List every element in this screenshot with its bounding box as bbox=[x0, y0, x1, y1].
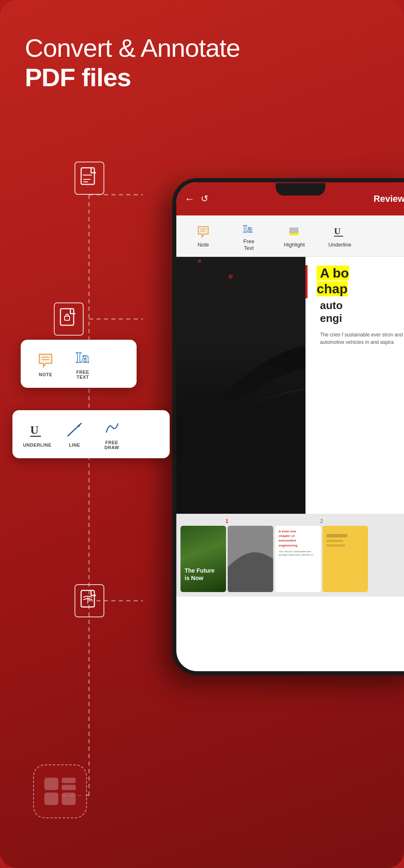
thumbnail-strip: 1 The Futureis Now bbox=[176, 514, 404, 597]
pdf-heading-area: A bochap autoengi The cries f sustainabl… bbox=[312, 265, 404, 346]
appstore-grid-icon bbox=[43, 777, 77, 806]
underline-popup-items: U UNDERLINE LINE bbox=[23, 418, 159, 450]
thumb-car[interactable] bbox=[228, 526, 273, 592]
toolbar-note-label: Note bbox=[197, 242, 209, 248]
svg-rect-3 bbox=[65, 316, 70, 320]
note-freetext-popup: NOTE Ia FREETEXT bbox=[21, 340, 137, 388]
line-label: LINE bbox=[69, 442, 80, 447]
thumb-text-page[interactable]: A bold newchapter ofautomotiveengineerin… bbox=[275, 526, 321, 592]
toolbar-underline[interactable]: U Underline bbox=[317, 221, 363, 251]
svg-rect-20 bbox=[289, 227, 298, 233]
popup-items-row: NOTE Ia FREETEXT bbox=[31, 348, 126, 380]
freedraw-label: FREEDRAW bbox=[104, 440, 119, 450]
svg-rect-9 bbox=[62, 793, 76, 805]
phone-screen: ← ↺ Review ▼ bbox=[176, 182, 404, 671]
review-dropdown[interactable]: Review ▼ bbox=[373, 193, 404, 204]
toolbar-freetext-icon: Ia bbox=[241, 221, 256, 236]
annotation-toolbar: Note Ia FreeText bbox=[176, 215, 404, 257]
toolbar-underline-icon: U bbox=[332, 224, 347, 239]
svg-rect-7 bbox=[62, 785, 76, 790]
phone-notch bbox=[276, 183, 325, 196]
pdf-content-area: A bochap autoengi The cries f sustainabl… bbox=[176, 257, 404, 514]
svg-point-33 bbox=[228, 274, 233, 279]
pdf-text-panel: A bochap autoengi The cries f sustainabl… bbox=[305, 257, 404, 514]
svg-rect-2 bbox=[60, 309, 74, 325]
back-button[interactable]: ← bbox=[185, 193, 195, 205]
svg-rect-38 bbox=[327, 544, 345, 546]
popup-freedraw-item[interactable]: FREEDRAW bbox=[97, 418, 126, 450]
svg-text:U: U bbox=[30, 423, 38, 436]
pdf-highlighted-heading: A bochap bbox=[317, 266, 349, 296]
phone-mockup: ← ↺ Review ▼ bbox=[172, 178, 404, 675]
toolbar-freetext[interactable]: Ia FreeText bbox=[226, 218, 272, 254]
underline-icon: U bbox=[28, 421, 46, 439]
red-accent-bar bbox=[305, 265, 308, 298]
thumb-yellow[interactable] bbox=[322, 526, 368, 592]
toolbar-highlight-icon bbox=[287, 224, 302, 239]
toolbar-highlight-label: Highlight bbox=[284, 242, 305, 248]
thumb-car-svg bbox=[228, 526, 273, 592]
appstore-icon-box[interactable] bbox=[33, 764, 87, 818]
thumb-page2-group: 2 A bold newchapter ofautomotiveengineer… bbox=[275, 518, 368, 592]
thumb-page1-images: The Futureis Now bbox=[180, 526, 273, 592]
thumb-forest[interactable]: The Futureis Now bbox=[180, 526, 226, 592]
popup-underline-item[interactable]: U UNDERLINE bbox=[23, 421, 52, 447]
thumb-forest-text: The Futureis Now bbox=[185, 567, 222, 582]
header-title: Convert & Annotate PDF files bbox=[25, 33, 379, 92]
svg-rect-5 bbox=[44, 778, 58, 790]
svg-rect-21 bbox=[289, 233, 298, 235]
thumb-yellow-svg bbox=[322, 526, 368, 592]
thumb-page2-images: A bold newchapter ofautomotiveengineerin… bbox=[275, 526, 368, 592]
svg-rect-36 bbox=[327, 534, 347, 537]
lock-file-icon bbox=[54, 302, 84, 336]
thumb-page2-num: 2 bbox=[320, 518, 323, 524]
thumb-page1-group: 1 The Futureis Now bbox=[180, 518, 273, 592]
pdf-subheading: autoengi bbox=[317, 299, 404, 325]
popup-note-item[interactable]: NOTE bbox=[31, 351, 60, 377]
underline-label: UNDERLINE bbox=[23, 442, 52, 447]
freetext-label: FREETEXT bbox=[76, 370, 89, 380]
book-icon-svg bbox=[80, 590, 99, 612]
underline-popup: U UNDERLINE LINE bbox=[12, 410, 170, 458]
toolbar-freetext-label: FreeText bbox=[243, 238, 255, 251]
svg-point-32 bbox=[198, 259, 202, 263]
pdf-icon-svg bbox=[80, 167, 99, 189]
note-icon bbox=[36, 351, 55, 369]
svg-text:Ia: Ia bbox=[243, 223, 252, 235]
freetext-icon: Ia bbox=[74, 348, 92, 366]
popup-line-item[interactable]: LINE bbox=[60, 421, 89, 447]
svg-rect-37 bbox=[327, 540, 343, 542]
svg-text:Ia: Ia bbox=[76, 349, 89, 366]
undo-button[interactable]: ↺ bbox=[201, 193, 208, 204]
thumb-text-content: A bold newchapter ofautomotiveengineerin… bbox=[279, 529, 317, 556]
toolbar-highlight[interactable]: Highlight bbox=[272, 221, 317, 251]
toolbar-underline-label: Underline bbox=[328, 242, 351, 248]
line-icon bbox=[65, 421, 84, 439]
app-promo-screen: Convert & Annotate PDF files bbox=[0, 0, 404, 868]
svg-text:U: U bbox=[334, 226, 341, 236]
book-file-icon bbox=[75, 584, 104, 617]
note-label: NOTE bbox=[39, 372, 53, 377]
svg-rect-1 bbox=[83, 174, 92, 176]
freedraw-icon bbox=[103, 418, 121, 437]
toolbar-note[interactable]: Note bbox=[180, 221, 226, 251]
thumb-page1-num: 1 bbox=[225, 518, 228, 524]
svg-rect-6 bbox=[62, 778, 76, 783]
pdf-body-text: The cries f sustainable ever stron and w… bbox=[317, 331, 404, 346]
header-section: Convert & Annotate PDF files bbox=[25, 33, 379, 92]
lock-icon-svg bbox=[60, 308, 78, 330]
popup-freetext-item[interactable]: Ia FREETEXT bbox=[68, 348, 97, 380]
svg-rect-8 bbox=[44, 793, 58, 805]
toolbar-note-icon bbox=[196, 224, 211, 239]
pdf-file-icon bbox=[75, 162, 104, 195]
